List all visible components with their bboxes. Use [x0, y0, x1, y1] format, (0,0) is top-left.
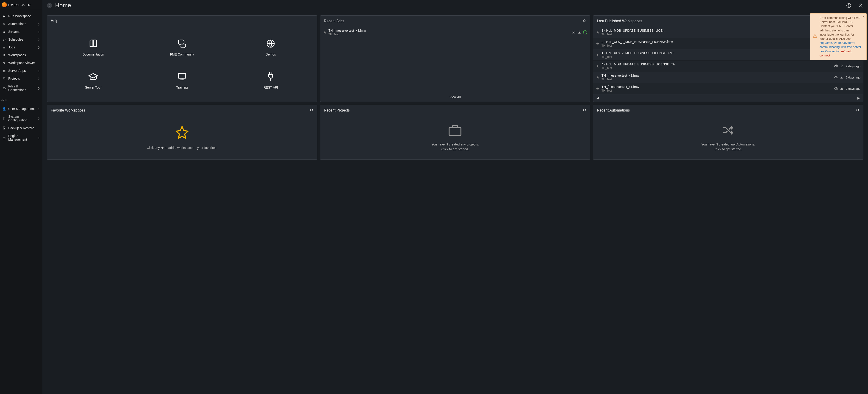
help-training[interactable]: Training: [138, 64, 226, 97]
refresh-icon[interactable]: [583, 108, 586, 113]
star-icon[interactable]: ★: [596, 53, 599, 57]
nav-item-automations[interactable]: ⤨Automations❯: [0, 20, 42, 28]
plug-icon: [266, 72, 275, 81]
book-icon: [88, 39, 98, 48]
help-label: Documentation: [83, 53, 104, 56]
workspace-time: 2 days ago: [846, 64, 861, 68]
binoculars-icon[interactable]: [834, 64, 838, 68]
workspace-title: TH_fmeservertest_x1.fmw: [601, 85, 832, 89]
nav-label: Schedules: [8, 38, 36, 41]
toast-text: Error communicating with FME Server host…: [819, 16, 861, 40]
help-label: FME Community: [170, 53, 194, 56]
star-icon[interactable]: ★: [596, 41, 599, 46]
gear-icon: ⚙: [2, 117, 6, 120]
engine-icon: ▤: [2, 136, 6, 139]
download-icon[interactable]: [840, 87, 843, 91]
favorites-empty-text: Click any to add a workspace to your fav…: [147, 145, 217, 150]
brand-logo[interactable]: FMESERVER: [0, 0, 42, 10]
nav-item-workspaces[interactable]: 🗎Workspaces: [0, 51, 42, 59]
help-fme-community[interactable]: FME Community: [138, 31, 226, 64]
workspace-time: 2 days ago: [846, 87, 861, 90]
download-icon[interactable]: [578, 31, 581, 34]
help-label: Training: [176, 86, 188, 89]
refresh-icon[interactable]: [583, 19, 586, 24]
workspace-time: 2 days ago: [846, 76, 861, 79]
collapse-sidebar-button[interactable]: [47, 3, 52, 8]
svg-point-14: [836, 65, 838, 67]
star-icon[interactable]: ★: [323, 30, 326, 35]
chevron-right-icon: ❯: [38, 46, 40, 48]
nav-label: Workspaces: [8, 53, 40, 57]
binoculars-icon[interactable]: [834, 87, 838, 91]
nav-item-files-connections[interactable]: 🗀Files & Connections❯: [0, 83, 42, 94]
monitor-icon: [177, 72, 187, 81]
db-icon: 🗄: [2, 126, 6, 130]
nav-item-engine-management[interactable]: ▤Engine Management❯: [0, 132, 42, 143]
workspace-row[interactable]: ★TH_fmeservertest_x3.fmwTH_Test2 days ag…: [593, 72, 863, 83]
view-all-link[interactable]: View All: [320, 93, 590, 102]
nav-item-system-configuration[interactable]: ⚙System Configuration❯: [0, 113, 42, 124]
recent-projects-title: Recent Projects: [324, 108, 583, 112]
chevron-right-icon: ❯: [38, 136, 40, 139]
nav-item-projects[interactable]: ⧉Projects❯: [0, 74, 42, 83]
nav-item-user-management[interactable]: 👤User Management❯: [0, 105, 42, 113]
nav-item-workspace-viewer[interactable]: ✎Workspace Viewer: [0, 59, 42, 67]
nav-item-schedules[interactable]: ◷Schedules❯: [0, 36, 42, 43]
error-toast: ✕ Error communicating with FME Server ho…: [810, 13, 867, 60]
brand-text: FMESERVER: [8, 3, 31, 7]
help-server-tour[interactable]: Server Tour: [49, 64, 138, 97]
workspace-title: TH_fmeservertest_x3.fmw: [601, 74, 832, 77]
chevron-right-icon: ❯: [38, 108, 40, 110]
svg-point-5: [572, 32, 573, 33]
close-icon[interactable]: ✕: [862, 14, 865, 19]
folder-icon: 🗀: [2, 86, 6, 90]
help-label: Demos: [266, 53, 276, 56]
recent-jobs-card: Recent Jobs ★TH_fmeservertest_x3.fmwTH_T…: [320, 15, 590, 102]
star-icon[interactable]: ★: [596, 87, 599, 91]
refresh-icon[interactable]: [856, 108, 860, 113]
help-documentation[interactable]: Documentation: [49, 31, 138, 64]
help-label: Server Tour: [85, 86, 101, 89]
workspace-title: 1 - HdL_XLS_2_MDB_BUSINESS_LICENSE_FME..…: [601, 51, 832, 55]
pager-next[interactable]: ▶: [858, 96, 860, 100]
svg-point-17: [835, 88, 836, 89]
pager-prev[interactable]: ◀: [596, 96, 599, 100]
help-title: Help: [51, 19, 313, 23]
help-card: Help DocumentationFME CommunityDemosServ…: [47, 15, 317, 102]
workspace-row[interactable]: ★TH_fmeservertest_x1.fmwTH_Test2 days ag…: [593, 83, 863, 94]
binoculars-icon[interactable]: [834, 75, 838, 79]
user-icon[interactable]: [858, 3, 863, 8]
star-icon[interactable]: ★: [596, 75, 599, 79]
toast-link[interactable]: http://fme.ly/e100007#error-communicatin…: [819, 41, 862, 53]
star-icon[interactable]: ★: [596, 30, 599, 35]
help-rest-api[interactable]: REST API: [226, 64, 315, 97]
workspace-sub: TH_Test: [601, 67, 832, 70]
nav-label: Backup & Restore: [8, 126, 40, 130]
status-success-icon: ✓: [583, 30, 587, 34]
nav-item-streams[interactable]: ≋Streams❯: [0, 28, 42, 36]
help-demos[interactable]: Demos: [226, 31, 315, 64]
clock-icon: ◷: [2, 38, 6, 41]
play-icon: ▶: [2, 14, 6, 18]
job-row[interactable]: ★TH_fmeservertest_x3.fmwTH_Test✓: [320, 27, 590, 38]
download-icon[interactable]: [840, 75, 843, 79]
favorites-title: Favorite Workspaces: [51, 108, 310, 112]
workspace-sub: TH_Test: [601, 55, 832, 59]
automations-empty-text[interactable]: You haven't created any Automations. Cli…: [701, 142, 755, 152]
nav-item-run-workspace[interactable]: ▶Run Workspace: [0, 12, 42, 20]
projects-empty-text[interactable]: You haven't created any projects. Click …: [431, 142, 479, 152]
nav-label: Jobs: [8, 45, 36, 49]
nav-item-server-apps[interactable]: ▦Server Apps❯: [0, 67, 42, 74]
star-icon[interactable]: ★: [596, 64, 599, 68]
download-icon[interactable]: [840, 64, 843, 68]
nav-item-jobs[interactable]: ≣Jobs❯: [0, 43, 42, 51]
refresh-icon[interactable]: [310, 108, 313, 113]
binoculars-icon[interactable]: [571, 31, 575, 34]
recent-jobs-title: Recent Jobs: [324, 19, 583, 23]
nav-admin: 👤User Management❯⚙System Configuration❯🗄…: [0, 103, 42, 143]
workspace-row[interactable]: ★4 - HdL_MDB_UPDATE_BUSINESS_LICENSE_TA.…: [593, 61, 863, 72]
shuffle-icon: [721, 124, 735, 139]
favorites-card: Favorite Workspaces Click any to add a w…: [47, 105, 317, 160]
help-icon[interactable]: [846, 3, 851, 8]
nav-item-backup-restore[interactable]: 🗄Backup & Restore: [0, 124, 42, 132]
